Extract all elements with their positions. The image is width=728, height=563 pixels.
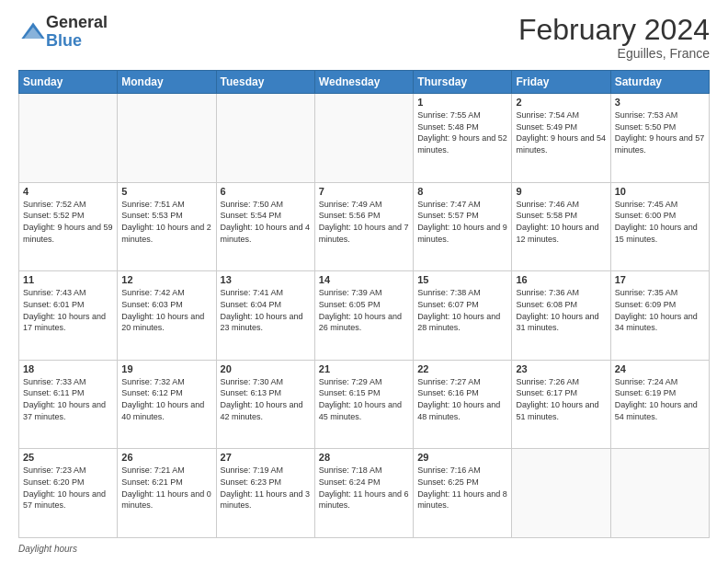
calendar-cell: 6Sunrise: 7:50 AM Sunset: 5:54 PM Daylig… [216, 182, 314, 271]
header: General Blue February 2024 Eguilles, Fra… [18, 14, 710, 61]
calendar-cell: 13Sunrise: 7:41 AM Sunset: 6:04 PM Dayli… [216, 271, 314, 361]
calendar-cell: 1Sunrise: 7:55 AM Sunset: 5:48 PM Daylig… [414, 94, 512, 183]
calendar-cell: 17Sunrise: 7:35 AM Sunset: 6:09 PM Dayli… [610, 271, 709, 361]
day-info: Sunrise: 7:54 AM Sunset: 5:49 PM Dayligh… [516, 109, 606, 155]
day-number: 2 [516, 97, 606, 108]
day-info: Sunrise: 7:18 AM Sunset: 6:24 PM Dayligh… [319, 465, 409, 511]
day-number: 14 [319, 274, 409, 285]
day-info: Sunrise: 7:30 AM Sunset: 6:13 PM Dayligh… [221, 376, 311, 422]
calendar-cell: 21Sunrise: 7:29 AM Sunset: 6:15 PM Dayli… [314, 360, 413, 449]
day-number: 12 [121, 274, 211, 285]
calendar-header-saturday: Saturday [610, 71, 709, 94]
calendar-cell: 10Sunrise: 7:45 AM Sunset: 6:00 PM Dayli… [610, 182, 709, 271]
title-block: February 2024 Eguilles, France [518, 14, 710, 61]
day-info: Sunrise: 7:46 AM Sunset: 5:58 PM Dayligh… [516, 199, 606, 245]
calendar-week-1: 4Sunrise: 7:52 AM Sunset: 5:52 PM Daylig… [19, 182, 710, 271]
logo-blue-text: Blue [46, 32, 108, 51]
day-info: Sunrise: 7:42 AM Sunset: 6:03 PM Dayligh… [121, 287, 211, 333]
day-info: Sunrise: 7:41 AM Sunset: 6:04 PM Dayligh… [221, 287, 311, 333]
calendar-week-2: 11Sunrise: 7:43 AM Sunset: 6:01 PM Dayli… [19, 271, 710, 361]
day-info: Sunrise: 7:23 AM Sunset: 6:20 PM Dayligh… [23, 465, 113, 511]
calendar-cell [19, 94, 118, 183]
day-info: Sunrise: 7:51 AM Sunset: 5:53 PM Dayligh… [121, 199, 211, 245]
day-number: 16 [516, 274, 606, 285]
day-number: 13 [221, 274, 311, 285]
day-info: Sunrise: 7:16 AM Sunset: 6:25 PM Dayligh… [417, 465, 507, 511]
day-number: 19 [121, 363, 211, 374]
day-number: 23 [516, 363, 606, 374]
footer: Daylight hours [18, 544, 710, 554]
calendar-cell [314, 94, 413, 183]
calendar-cell: 26Sunrise: 7:21 AM Sunset: 6:21 PM Dayli… [118, 449, 216, 538]
day-info: Sunrise: 7:49 AM Sunset: 5:56 PM Dayligh… [319, 199, 409, 245]
day-number: 6 [221, 186, 311, 197]
day-info: Sunrise: 7:27 AM Sunset: 6:16 PM Dayligh… [417, 376, 507, 422]
day-number: 21 [319, 363, 409, 374]
calendar-week-3: 18Sunrise: 7:33 AM Sunset: 6:11 PM Dayli… [19, 360, 710, 449]
day-info: Sunrise: 7:45 AM Sunset: 6:00 PM Dayligh… [615, 199, 705, 245]
day-number: 1 [417, 97, 507, 108]
day-info: Sunrise: 7:24 AM Sunset: 6:19 PM Dayligh… [615, 376, 705, 422]
calendar-header-wednesday: Wednesday [314, 71, 413, 94]
day-number: 27 [221, 452, 311, 463]
logo: General Blue [18, 14, 108, 51]
day-info: Sunrise: 7:50 AM Sunset: 5:54 PM Dayligh… [221, 199, 311, 245]
calendar-cell: 11Sunrise: 7:43 AM Sunset: 6:01 PM Dayli… [19, 271, 118, 361]
day-number: 11 [23, 274, 113, 285]
day-info: Sunrise: 7:55 AM Sunset: 5:48 PM Dayligh… [417, 109, 507, 155]
day-info: Sunrise: 7:19 AM Sunset: 6:23 PM Dayligh… [221, 465, 311, 511]
calendar-cell [118, 94, 216, 183]
day-number: 5 [121, 186, 211, 197]
logo-icon [20, 19, 46, 45]
day-number: 9 [516, 186, 606, 197]
calendar-week-4: 25Sunrise: 7:23 AM Sunset: 6:20 PM Dayli… [19, 449, 710, 538]
calendar-cell: 3Sunrise: 7:53 AM Sunset: 5:50 PM Daylig… [610, 94, 709, 183]
day-number: 17 [615, 274, 705, 285]
calendar-header-monday: Monday [118, 71, 216, 94]
day-info: Sunrise: 7:29 AM Sunset: 6:15 PM Dayligh… [319, 376, 409, 422]
day-number: 4 [23, 186, 113, 197]
subtitle: Eguilles, France [518, 46, 710, 61]
day-info: Sunrise: 7:38 AM Sunset: 6:07 PM Dayligh… [417, 287, 507, 333]
day-number: 10 [615, 186, 705, 197]
day-number: 15 [417, 274, 507, 285]
day-number: 29 [417, 452, 507, 463]
day-info: Sunrise: 7:43 AM Sunset: 6:01 PM Dayligh… [23, 287, 113, 333]
calendar-cell: 16Sunrise: 7:36 AM Sunset: 6:08 PM Dayli… [512, 271, 610, 361]
day-number: 3 [615, 97, 705, 108]
calendar-cell: 15Sunrise: 7:38 AM Sunset: 6:07 PM Dayli… [414, 271, 512, 361]
calendar-cell: 4Sunrise: 7:52 AM Sunset: 5:52 PM Daylig… [19, 182, 118, 271]
logo-general-text: General [46, 14, 108, 32]
day-number: 8 [417, 186, 507, 197]
day-info: Sunrise: 7:39 AM Sunset: 6:05 PM Dayligh… [319, 287, 409, 333]
calendar-header-row: SundayMondayTuesdayWednesdayThursdayFrid… [19, 71, 710, 94]
calendar-cell: 5Sunrise: 7:51 AM Sunset: 5:53 PM Daylig… [118, 182, 216, 271]
calendar-cell: 19Sunrise: 7:32 AM Sunset: 6:12 PM Dayli… [118, 360, 216, 449]
calendar-cell: 28Sunrise: 7:18 AM Sunset: 6:24 PM Dayli… [314, 449, 413, 538]
day-info: Sunrise: 7:36 AM Sunset: 6:08 PM Dayligh… [516, 287, 606, 333]
day-number: 26 [121, 452, 211, 463]
calendar-cell: 8Sunrise: 7:47 AM Sunset: 5:57 PM Daylig… [414, 182, 512, 271]
day-info: Sunrise: 7:32 AM Sunset: 6:12 PM Dayligh… [121, 376, 211, 422]
calendar-cell: 12Sunrise: 7:42 AM Sunset: 6:03 PM Dayli… [118, 271, 216, 361]
day-number: 24 [615, 363, 705, 374]
calendar-cell: 14Sunrise: 7:39 AM Sunset: 6:05 PM Dayli… [314, 271, 413, 361]
calendar-cell: 25Sunrise: 7:23 AM Sunset: 6:20 PM Dayli… [19, 449, 118, 538]
calendar-cell: 7Sunrise: 7:49 AM Sunset: 5:56 PM Daylig… [314, 182, 413, 271]
calendar-cell: 9Sunrise: 7:46 AM Sunset: 5:58 PM Daylig… [512, 182, 610, 271]
calendar-header-friday: Friday [512, 71, 610, 94]
day-number: 18 [23, 363, 113, 374]
calendar-cell: 29Sunrise: 7:16 AM Sunset: 6:25 PM Dayli… [414, 449, 512, 538]
day-number: 22 [417, 363, 507, 374]
calendar-cell: 27Sunrise: 7:19 AM Sunset: 6:23 PM Dayli… [216, 449, 314, 538]
calendar-cell: 20Sunrise: 7:30 AM Sunset: 6:13 PM Dayli… [216, 360, 314, 449]
day-info: Sunrise: 7:47 AM Sunset: 5:57 PM Dayligh… [417, 199, 507, 245]
calendar-cell: 2Sunrise: 7:54 AM Sunset: 5:49 PM Daylig… [512, 94, 610, 183]
day-info: Sunrise: 7:26 AM Sunset: 6:17 PM Dayligh… [516, 376, 606, 422]
day-number: 28 [319, 452, 409, 463]
calendar-header-sunday: Sunday [19, 71, 118, 94]
main-title: February 2024 [518, 14, 710, 46]
day-info: Sunrise: 7:53 AM Sunset: 5:50 PM Dayligh… [615, 109, 705, 155]
calendar-week-0: 1Sunrise: 7:55 AM Sunset: 5:48 PM Daylig… [19, 94, 710, 183]
day-info: Sunrise: 7:35 AM Sunset: 6:09 PM Dayligh… [615, 287, 705, 333]
